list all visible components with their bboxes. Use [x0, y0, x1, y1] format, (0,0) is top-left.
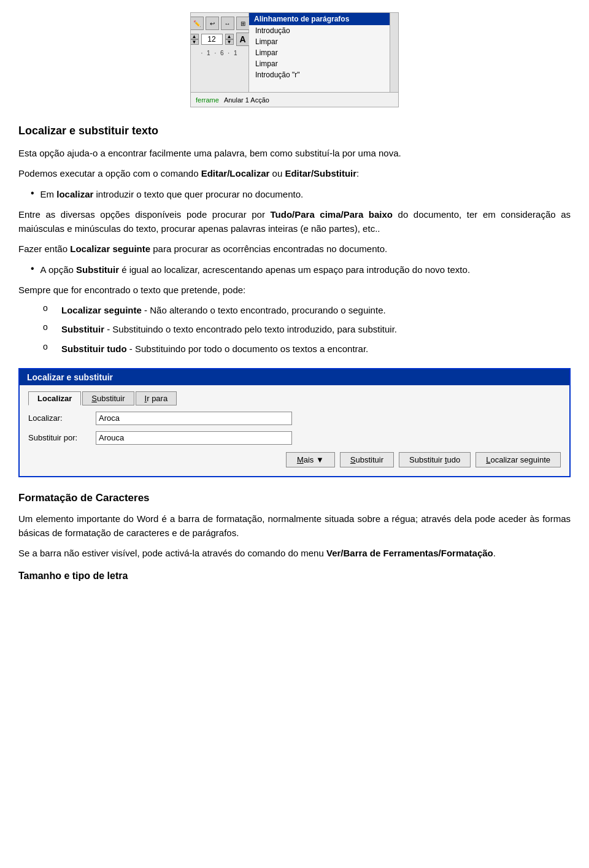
bullet-item-1: • Em localizar introduzir o texto que qu… [31, 187, 571, 201]
bullet-section-2: • A opção Substituir é igual ao localiza… [31, 263, 571, 277]
sub-bullet-1: o [43, 303, 55, 313]
toolbar-icon-2: ✏️ [190, 17, 204, 30]
menu-item-1: Introdução [249, 25, 398, 36]
bullet-item-2: • A opção Substituir é igual ao localiza… [31, 263, 571, 277]
font-size-box: 12 [201, 34, 223, 45]
menu-item-5: Introdução "r" [249, 69, 398, 80]
toolbar-icon-undo: ↩ [206, 17, 219, 30]
btn-substituir[interactable]: Substituir [340, 452, 394, 467]
sub-list: o Localizar seguinte - Não alterando o t… [43, 303, 571, 356]
toolbar-num-row: ▲ ▼ 12 ▲ ▼ A [190, 33, 250, 46]
field1-input[interactable] [96, 412, 292, 425]
bullet-dot-2: • [31, 263, 34, 274]
sub-text-3: Substituir tudo - Substituindo por todo … [61, 342, 571, 356]
dialog-tabs: Localizar Substituir Ir para [28, 391, 561, 405]
toolbar-bottom-bar: ferrame Anular 1 Acção [191, 92, 398, 107]
bullet-text-2: A opção Substituir é igual ao localizar,… [40, 263, 571, 277]
btn-mais-label: Mais ▼ [297, 455, 324, 464]
section2-para2: Se a barra não estiver visível, pode act… [18, 546, 571, 560]
arrow-down: ▼ [190, 39, 199, 45]
tab-localizar-label: Localizar [37, 394, 72, 403]
sub-text-2: Substituir - Substituindo o texto encont… [61, 322, 571, 336]
sub-text-1: Localizar seguinte - Não alterando o tex… [61, 303, 571, 317]
bullet-section-1: • Em localizar introduzir o texto que qu… [31, 187, 571, 201]
sub-bullet-2: o [43, 322, 55, 332]
menu-header: Alinhamento de parágrafos [249, 13, 398, 25]
dialog-body: Localizar Substituir Ir para Localizar: … [20, 385, 569, 476]
section2-title2: Tamanho e tipo de letra [18, 570, 571, 582]
tab-substituir[interactable]: Substituir [82, 391, 134, 405]
tab-localizar[interactable]: Localizar [28, 391, 81, 405]
toolbar-ruler: · 1 · 6 · 1 [201, 50, 239, 56]
field2-input[interactable] [96, 431, 292, 445]
btn-substituir-tudo[interactable]: Substituir tudo [399, 452, 471, 467]
sub-list-item-1: o Localizar seguinte - Não alterando o t… [43, 303, 571, 317]
field-row-1: Localizar: [28, 412, 561, 425]
toolbar-screenshot: 🖹 ✏️ ↩ ↔ ⊞ ✕ ▲ ▼ 12 ▲ ▼ [18, 12, 571, 107]
field-row-2: Substituir por: [28, 431, 561, 445]
section1-para1: Entre as diversas opções disponíveis pod… [18, 207, 571, 236]
btn-substituir-label: Substituir [350, 455, 383, 464]
tab-ir-para[interactable]: Ir para [136, 391, 177, 405]
bullet-dot-1: • [31, 188, 34, 199]
toolbar-icon-arrow: ↔ [221, 17, 234, 30]
menu-item-4: Limpar [249, 58, 398, 69]
sub-list-item-2: o Substituir - Substituindo o texto enco… [43, 322, 571, 336]
btn-substituir-tudo-label: Substituir tudo [409, 455, 460, 464]
toolbar-arrow-col2: ▲ ▼ [225, 34, 234, 45]
btn-localizar-seguinte[interactable]: Localizar seguinte [475, 452, 561, 467]
bullet-text-1: Em localizar introduzir o texto que quer… [40, 187, 571, 201]
section1-title: Localizar e substituir texto [18, 125, 571, 137]
ferrame-label: ferrame [196, 96, 219, 104]
dialog-title-bar: Localizar e substituir [20, 369, 569, 385]
section2-para1: Um elemento importante do Word é a barra… [18, 512, 571, 540]
arrow-up: ▲ [190, 34, 199, 39]
tab-ir-para-label: Ir para [145, 394, 168, 403]
scrollbar[interactable] [390, 13, 398, 93]
dialog-buttons: Mais ▼ Substituir Substituir tudo Locali… [28, 452, 561, 467]
section1-para2: Fazer então Localizar seguinte para proc… [18, 242, 571, 256]
sub-bullet-3: o [43, 342, 55, 351]
btn-localizar-seguinte-label: Localizar seguinte [486, 455, 550, 464]
section1-intro2: Podemos executar a opção com o comando E… [18, 166, 571, 180]
toolbar-image: 🖹 ✏️ ↩ ↔ ⊞ ✕ ▲ ▼ 12 ▲ ▼ [190, 12, 399, 107]
toolbar-icon-grid: ⊞ [236, 17, 250, 30]
arrow-up-2: ▲ [225, 34, 234, 39]
toolbar-icon-a: A [236, 33, 250, 46]
toolbar-arrow-col: ▲ ▼ [190, 34, 199, 45]
section2-title: Formatação de Caracteres [18, 492, 571, 504]
dialog-box: Localizar e substituir Localizar Substit… [18, 368, 571, 477]
menu-item-2: Limpar [249, 36, 398, 47]
tab-substituir-label: Substituir [91, 394, 125, 403]
section1-intro1: Esta opção ajuda-o a encontrar facilment… [18, 146, 571, 160]
undo-action-text: Anular 1 Acção [224, 96, 269, 104]
arrow-down-2: ▼ [225, 39, 234, 45]
field2-label: Substituir por: [28, 433, 96, 442]
menu-item-3: Limpar [249, 47, 398, 58]
btn-mais[interactable]: Mais ▼ [286, 452, 335, 467]
section1-para3: Sempre que for encontrado o texto que pr… [18, 283, 571, 297]
field1-label: Localizar: [28, 413, 96, 423]
sub-list-item-3: o Substituir tudo - Substituindo por tod… [43, 342, 571, 356]
